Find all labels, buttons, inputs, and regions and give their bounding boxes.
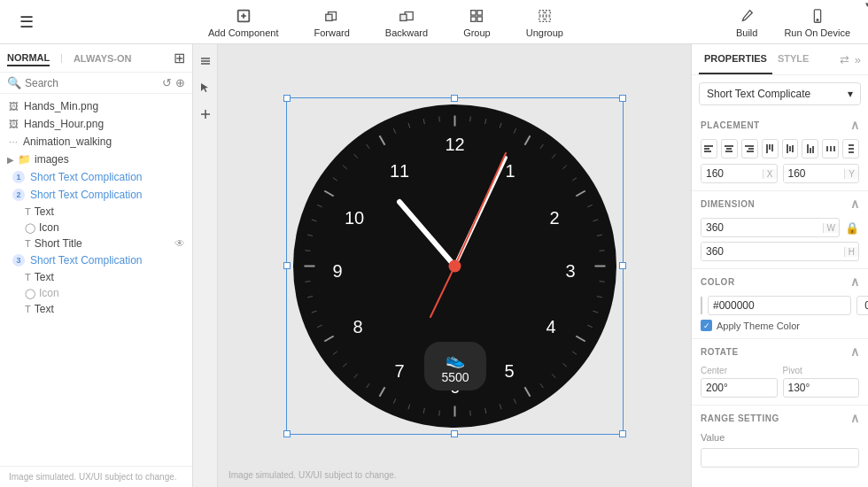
align-vmid-btn[interactable] — [782, 139, 799, 158]
lock-icon[interactable]: 🔒 — [845, 221, 859, 235]
svg-rect-116 — [787, 144, 788, 153]
width-value-field[interactable] — [701, 219, 823, 236]
resize-handle-bm[interactable] — [451, 430, 458, 437]
svg-rect-125 — [849, 144, 854, 146]
run-on-device-button[interactable]: Run On Device — [775, 3, 859, 42]
svg-rect-104 — [704, 145, 713, 147]
file-item-hands-min[interactable]: 🖼 Hands_Min.png — [0, 97, 192, 115]
color-hex-input[interactable] — [708, 296, 851, 315]
file-item-hands-hour[interactable]: 🖼 Hands_Hour.png — [0, 115, 192, 133]
svg-text:10: 10 — [344, 208, 363, 228]
rotate-center-input[interactable] — [701, 378, 778, 398]
theme-color-checkbox[interactable]: ✓ — [701, 320, 712, 331]
search-input[interactable] — [25, 77, 159, 89]
svg-rect-120 — [810, 148, 811, 153]
ungroup-button[interactable]: Ungroup — [517, 3, 572, 42]
color-section-header: COLOR ∧ — [692, 269, 868, 292]
layer-2-child-short-title[interactable]: T Short Title 👁 — [0, 236, 192, 251]
resize-handle-tm[interactable] — [451, 95, 458, 102]
svg-line-80 — [305, 281, 310, 282]
distribute-v-btn[interactable] — [842, 139, 859, 158]
layer-3-child-text2[interactable]: T Text — [0, 301, 192, 317]
y-value-field[interactable] — [784, 165, 845, 182]
rotate-pivot-input[interactable] — [783, 378, 860, 398]
resize-handle-ml[interactable] — [283, 262, 291, 269]
resize-handle-mr[interactable] — [619, 262, 626, 269]
component-selector[interactable]: Short Text Complicate ▾ — [699, 82, 861, 105]
add-search-icon[interactable]: ⊕ — [175, 76, 185, 89]
tab-normal[interactable]: NORMAL — [7, 50, 50, 66]
distribute-h-btn[interactable] — [822, 139, 839, 158]
cursor-tool[interactable] — [196, 78, 215, 97]
layer-2-child-icon[interactable]: ◯ Icon — [0, 220, 192, 236]
tab-always-on[interactable]: ALWAYS-ON — [74, 51, 132, 66]
layer-num-badge: 3 — [12, 254, 25, 267]
forward-button[interactable]: Forward — [306, 3, 359, 42]
add-mini-tool[interactable] — [196, 104, 215, 124]
menu-button[interactable]: ☰ — [12, 12, 41, 32]
layer-3-child-icon[interactable]: ◯ Icon — [0, 285, 192, 301]
align-left-btn[interactable] — [701, 139, 717, 158]
tab-style[interactable]: STYLE — [772, 44, 814, 74]
color-collapse-icon[interactable]: ∧ — [850, 274, 860, 289]
range-value-input[interactable] — [701, 448, 859, 468]
resize-handle-tl[interactable] — [283, 95, 291, 102]
svg-line-37 — [469, 116, 470, 121]
align-center-btn[interactable] — [721, 139, 738, 158]
svg-rect-126 — [849, 148, 854, 150]
svg-rect-118 — [792, 145, 794, 152]
layer-3-child-text1[interactable]: T Text — [0, 269, 192, 285]
file-item-animation-walking[interactable]: ⋯ Animation_walking — [0, 133, 192, 151]
canvas-area[interactable]: 12 1 2 3 4 5 6 7 8 9 10 11 — [218, 44, 691, 487]
svg-line-82 — [305, 250, 310, 251]
svg-rect-112 — [747, 151, 754, 152]
align-tool[interactable] — [196, 51, 215, 71]
height-input[interactable]: H — [701, 242, 859, 261]
x-value-field[interactable] — [701, 165, 763, 182]
ungroup-icon — [535, 6, 554, 26]
panel-filter-icon[interactable]: ⇄ — [840, 53, 849, 66]
sidebar-group-images[interactable]: ▶ 📁 images — [0, 151, 192, 168]
eye-icon[interactable]: 👁 — [174, 237, 185, 250]
resize-handle-tr[interactable] — [619, 95, 626, 102]
layer-3-item[interactable]: 3 Short Text Complication — [0, 251, 192, 269]
opacity-input[interactable] — [856, 296, 868, 315]
tab-properties[interactable]: PROPERTIES — [699, 44, 772, 74]
align-bottom-btn[interactable] — [802, 139, 818, 158]
y-coord-input[interactable]: Y — [783, 164, 860, 183]
placement-section-body: X Y — [692, 135, 868, 190]
dimension-collapse-icon[interactable]: ∧ — [850, 197, 860, 211]
build-button[interactable]: Build — [727, 3, 766, 42]
sidebar: NORMAL | ALWAYS-ON ⊞ 🔍 ↺ ⊕ 🖼 Hands_Min.p… — [0, 44, 193, 487]
svg-line-52 — [599, 281, 604, 282]
svg-rect-122 — [826, 146, 828, 151]
layer-1-label: Short Text Complication — [30, 171, 143, 183]
backward-icon — [397, 6, 416, 26]
add-component-button[interactable]: ▾ Add Component — [199, 3, 288, 42]
rotate-collapse-icon[interactable]: ∧ — [850, 344, 860, 359]
refresh-icon[interactable]: ↺ — [162, 76, 172, 89]
group-button[interactable]: Group — [454, 3, 500, 42]
resize-handle-br[interactable] — [619, 430, 626, 437]
align-top-btn[interactable] — [762, 139, 779, 158]
svg-marker-20 — [201, 83, 208, 92]
color-swatch[interactable] — [701, 297, 702, 314]
backward-button[interactable]: Backward — [376, 3, 437, 42]
build-icon — [737, 6, 756, 26]
layer-2-item[interactable]: 2 Short Text Complication — [0, 186, 192, 204]
range-setting-collapse-icon[interactable]: ∧ — [850, 411, 860, 425]
layer-1-item[interactable]: 1 Short Text Complication — [0, 168, 192, 186]
panel-action-icons: ⇄ » — [840, 53, 861, 66]
panel-expand-icon[interactable]: » — [855, 53, 861, 66]
svg-text:3: 3 — [565, 261, 575, 281]
layers-icon[interactable]: ⊞ — [174, 50, 185, 66]
w-label: W — [823, 223, 839, 233]
svg-rect-121 — [812, 146, 814, 153]
width-input[interactable]: W — [701, 218, 840, 237]
placement-collapse-icon[interactable]: ∧ — [850, 118, 860, 132]
align-right-btn[interactable] — [741, 139, 758, 158]
x-coord-input[interactable]: X — [701, 164, 778, 183]
height-value-field[interactable] — [701, 243, 844, 260]
resize-handle-bl[interactable] — [283, 430, 291, 437]
layer-2-child-text[interactable]: T Text — [0, 204, 192, 220]
